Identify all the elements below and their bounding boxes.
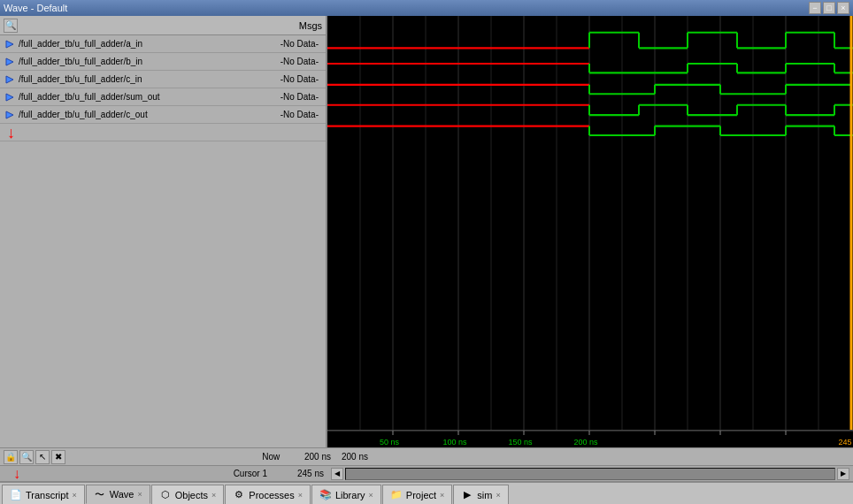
tab-processes-label: Processes [249, 490, 294, 500]
time-ruler-svg: 50 ns 100 ns 150 ns 200 ns 245 [327, 431, 853, 447]
title-text: Wave - Default [4, 3, 809, 13]
signal-name-2: /full_adder_tb/u_full_adder/c_in [19, 74, 142, 84]
tab-library-label: Library [335, 490, 365, 500]
horizontal-scrollbar[interactable]: ◀ ▶ [327, 468, 853, 480]
tab-transcript-label: Transcript [26, 490, 69, 500]
tab-project[interactable]: 📁 Project × [382, 485, 453, 504]
signal-list: /full_adder_tb/u_full_adder/a_in -No Dat… [0, 35, 326, 447]
signal-value-1: -No Data- [247, 57, 322, 66]
svg-marker-3 [6, 94, 13, 101]
status-icons: 🔒 🔍 ↖ ✖ [4, 450, 65, 464]
tab-wave-label: Wave [110, 489, 134, 500]
now-label: Now [262, 452, 280, 462]
tab-transcript[interactable]: 📄 Transcript × [2, 485, 85, 504]
signal-icon-3 [4, 91, 16, 103]
scroll-right-button[interactable]: ▶ [837, 468, 849, 480]
waveform-panel[interactable]: 50 ns 100 ns 150 ns 200 ns 245 [327, 16, 853, 447]
svg-text:150 ns: 150 ns [508, 438, 533, 447]
toolbar-icon-zoom[interactable]: 🔍 [4, 19, 18, 33]
cursor-bar: ↓ Cursor 1 245 ns ◀ ▶ [0, 465, 853, 481]
signal-name-3: /full_adder_tb/u_full_adder/sum_out [19, 92, 160, 102]
signal-panel: 🔍 Msgs /full_adder_tb/u_full_adder/a_in … [0, 16, 327, 447]
tab-wave[interactable]: 〜 Wave × [86, 485, 150, 504]
tab-project-label: Project [406, 490, 436, 500]
status-now: Now 200 ns [69, 452, 331, 462]
cursor-down-indicator: ↓ [4, 466, 30, 482]
msgs-header: Msgs [299, 20, 322, 31]
status-left: 🔒 🔍 ↖ ✖ Now 200 ns [4, 450, 331, 464]
waveform-svg [327, 16, 853, 447]
signal-row[interactable]: /full_adder_tb/u_full_adder/a_in -No Dat… [0, 35, 326, 53]
status-bar: 🔒 🔍 ↖ ✖ Now 200 ns 200 ns [0, 447, 853, 465]
svg-text:245: 245 [838, 438, 851, 447]
status-right: 200 ns [334, 452, 849, 462]
processes-icon: ⚙ [233, 489, 245, 501]
signal-icon-0 [4, 38, 16, 50]
svg-text:50 ns: 50 ns [380, 438, 400, 447]
tab-sim-close[interactable]: × [496, 491, 500, 500]
tab-wave-close[interactable]: × [137, 490, 142, 499]
signal-row[interactable]: /full_adder_tb/u_full_adder/b_in -No Dat… [0, 53, 326, 71]
transcript-icon: 📄 [10, 489, 22, 501]
close-button[interactable]: × [837, 2, 849, 14]
pointer-icon[interactable]: ↖ [35, 450, 50, 464]
scroll-left-button[interactable]: ◀ [331, 468, 343, 480]
title-controls[interactable]: − □ × [809, 2, 849, 14]
zoom-icon[interactable]: 🔍 [19, 450, 34, 464]
library-icon: 📚 [319, 489, 332, 501]
now-value: 200 ns [304, 452, 331, 462]
tab-sim[interactable]: ▶ sim × [453, 485, 508, 504]
tab-sim-label: sim [477, 490, 492, 500]
tab-library-close[interactable]: × [369, 491, 373, 500]
sim-icon: ▶ [461, 489, 473, 501]
signal-name-1: /full_adder_tb/u_full_adder/b_in [19, 57, 142, 66]
waveform-time-display: 200 ns [342, 452, 368, 462]
cancel-icon[interactable]: ✖ [51, 450, 65, 464]
svg-text:200 ns: 200 ns [573, 438, 598, 447]
title-bar: Wave - Default − □ × [0, 0, 853, 16]
cursor-left: ↓ Cursor 1 245 ns [0, 466, 327, 482]
scroll-track[interactable] [345, 468, 835, 480]
svg-marker-1 [6, 58, 13, 65]
signal-value-3: -No Data- [247, 92, 322, 102]
minimize-button[interactable]: − [809, 2, 821, 14]
tab-processes-close[interactable]: × [298, 491, 303, 500]
project-icon: 📁 [390, 489, 403, 501]
tab-bar: 📄 Transcript × 〜 Wave × ⬡ Objects × ⚙ Pr… [0, 481, 853, 504]
tab-transcript-close[interactable]: × [73, 491, 77, 500]
cursor-label: Cursor 1 [34, 469, 267, 478]
lock-icon[interactable]: 🔒 [4, 450, 18, 464]
signal-name-0: /full_adder_tb/u_full_adder/a_in [19, 39, 142, 49]
svg-marker-4 [6, 111, 13, 118]
wave-area: 🔍 Msgs /full_adder_tb/u_full_adder/a_in … [0, 16, 853, 447]
signal-value-4: -No Data- [247, 110, 322, 119]
tab-objects[interactable]: ⬡ Objects × [151, 485, 225, 504]
signal-value-2: -No Data- [247, 74, 322, 84]
signal-row[interactable]: /full_adder_tb/u_full_adder/sum_out -No … [0, 88, 326, 106]
signal-row[interactable]: /full_adder_tb/u_full_adder/c_out -No Da… [0, 106, 326, 124]
signal-value-0: -No Data- [247, 39, 322, 49]
wave-icon: 〜 [94, 488, 106, 500]
tab-processes[interactable]: ⚙ Processes × [225, 485, 311, 504]
tab-objects-close[interactable]: × [211, 491, 216, 500]
signal-row[interactable]: /full_adder_tb/u_full_adder/c_in -No Dat… [0, 71, 326, 88]
objects-icon: ⬡ [159, 489, 172, 501]
tab-library[interactable]: 📚 Library × [311, 485, 381, 504]
cursor-value: 245 ns [271, 469, 324, 478]
tab-project-close[interactable]: × [440, 491, 444, 500]
svg-marker-0 [6, 41, 13, 48]
maximize-button[interactable]: □ [823, 2, 835, 14]
signal-icon-2 [4, 73, 16, 86]
svg-text:100 ns: 100 ns [442, 438, 467, 447]
signal-name-4: /full_adder_tb/u_full_adder/c_out [19, 110, 148, 119]
svg-rect-5 [327, 16, 853, 447]
svg-marker-2 [6, 76, 13, 83]
tab-objects-label: Objects [175, 490, 208, 500]
cursor-down-arrow: ↓ [7, 125, 15, 141]
main-container: 🔍 Msgs /full_adder_tb/u_full_adder/a_in … [0, 16, 853, 481]
signal-icon-1 [4, 56, 16, 68]
time-ruler: 50 ns 100 ns 150 ns 200 ns 245 [327, 430, 853, 447]
signal-icon-4 [4, 109, 16, 121]
